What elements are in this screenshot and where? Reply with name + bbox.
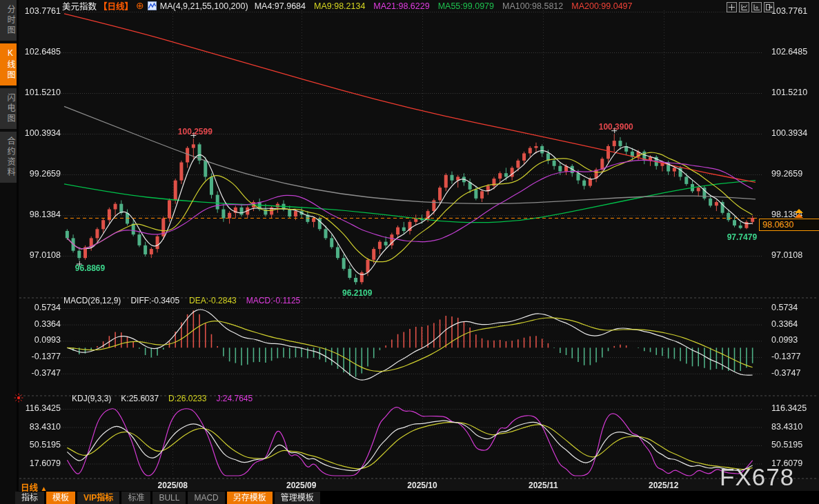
kdj-panel-title-row: KDJ(9,3,3) K:25.6037D:26.0233J:24.7645	[72, 394, 253, 403]
macd-axis-label-right: -0.3747	[771, 368, 818, 378]
kdj-value-label: D:26.0233	[168, 394, 206, 403]
macd-value-label: MACD:-0.1125	[246, 296, 300, 305]
macd-axis-label-left: 0.5734	[17, 303, 61, 312]
chart-style-icon[interactable]	[148, 1, 157, 10]
bottom-tab[interactable]: 标准	[121, 492, 150, 504]
bottom-toolbar: 指标模板VIP指标标准BULLMACD另存模板管理模板	[15, 492, 320, 504]
price-axis-label-right: 101.5210	[771, 88, 818, 97]
kdj-axis-label-left: 116.3425	[17, 403, 61, 413]
watermark: FX678	[720, 463, 794, 491]
time-axis-month-label: 2025/12	[640, 481, 688, 490]
price-axis-label-left: 103.7761	[17, 6, 61, 16]
macd-value-label: DIFF:-0.3405	[130, 296, 179, 305]
macd-axis-label-left: -0.3747	[17, 368, 61, 378]
time-axis-month-label: 2025/08	[148, 481, 197, 490]
bottom-tab[interactable]: 管理模板	[275, 492, 320, 504]
ma-legend-item: MA9:98.2134	[314, 1, 365, 11]
kdj-value-label: K:25.6037	[121, 394, 159, 403]
shift-chart-icon[interactable]	[751, 2, 762, 12]
ma-legend-item: MA100:98.5812	[502, 1, 563, 11]
kdj-value-label: J:24.7645	[216, 394, 253, 403]
ma-legend-item: MA55:99.0979	[438, 1, 494, 11]
price-axis-label-left: 102.6485	[17, 47, 61, 57]
crosshair-icon[interactable]	[727, 2, 737, 12]
ma-legend-item: MA4:97.9684	[255, 1, 306, 11]
kdj-axis-label-right: 50.5195	[771, 440, 818, 450]
price-axis-label-right: 100.3934	[771, 128, 818, 138]
macd-value-label: DEA:-0.2843	[189, 296, 237, 305]
price-annotation: 96.8869	[75, 263, 105, 273]
kdj-axis-label-right: 83.4310	[771, 422, 818, 432]
price-axis-label-left: 98.1384	[17, 210, 61, 219]
kdj-axis-label-left: 17.6079	[17, 458, 61, 468]
last-price-box: 98.0630	[759, 219, 819, 231]
trading-app-window: 分时图K线图闪电图合约资料 美元指数 【日线】 ⊕ MA(4,9,21,55,1…	[0, 0, 819, 504]
price-annotation: 96.2109	[342, 288, 372, 298]
period-tag[interactable]: 【日线】	[99, 0, 133, 12]
bottom-tab[interactable]: 指标	[15, 492, 44, 504]
price-axis-label-right: 103.7761	[771, 6, 818, 16]
ma-legend-item: MA21:98.6229	[373, 1, 429, 11]
time-axis-month-label: 2025/09	[277, 481, 326, 490]
fit-chart-icon[interactable]	[739, 2, 749, 12]
price-annotation: 97.7479	[727, 232, 757, 242]
price-axis-label-right: 97.0108	[771, 250, 818, 260]
chart-header: 美元指数 【日线】 ⊕ MA(4,9,21,55,100,200) MA4:97…	[62, 1, 633, 11]
symbol-name: 美元指数	[62, 0, 97, 12]
kdj-axis-label-left: 50.5195	[17, 440, 61, 450]
bottom-tab[interactable]: MACD	[188, 492, 224, 504]
ma-group-label: MA(4,9,21,55,100,200)	[160, 1, 248, 11]
kdj-axis-label-left: 83.4310	[17, 422, 61, 432]
indicator-alert-icon[interactable]	[14, 393, 23, 403]
chart-canvas[interactable]	[0, 0, 819, 504]
macd-axis-label-left: -0.1377	[17, 352, 61, 361]
macd-axis-label-left: 0.3364	[17, 319, 61, 329]
macd-axis-label-right: 0.3364	[771, 319, 818, 329]
bottom-tab[interactable]: 另存模板	[227, 492, 273, 504]
bottom-tab[interactable]: VIP指标	[77, 492, 119, 504]
price-axis-label-left: 99.2659	[17, 169, 61, 179]
kdj-axis-label-right: 116.3425	[771, 403, 818, 413]
price-axis-label-right: 99.2659	[771, 169, 818, 179]
add-indicator-icon[interactable]: ⊕	[136, 2, 144, 10]
price-axis-label-right: 102.6485	[771, 47, 818, 57]
macd-title: MACD(26,12,9)	[63, 296, 121, 305]
price-axis-label-left: 100.3934	[17, 128, 61, 138]
bottom-tab[interactable]: BULL	[152, 492, 186, 504]
price-marker-icon	[795, 209, 803, 219]
price-annotation: 100.3900	[599, 122, 633, 132]
time-axis-month-label: 2025/11	[519, 481, 567, 490]
macd-axis-label-right: 0.0993	[771, 335, 818, 345]
macd-axis-label-right: 0.5734	[771, 303, 818, 312]
chart-toolbar	[727, 2, 774, 12]
price-annotation: 100.2599	[178, 127, 213, 137]
ma-legend: MA4:97.9684MA9:98.2134MA21:98.6229MA55:9…	[255, 1, 633, 11]
ma-legend-item: MA200:99.0497	[571, 1, 632, 11]
time-axis-month-label: 2025/10	[398, 481, 446, 490]
price-axis-label-left: 101.5210	[17, 88, 61, 97]
kdj-title: KDJ(9,3,3)	[72, 394, 111, 403]
popout-icon[interactable]	[764, 2, 774, 12]
macd-axis-label-left: 0.0993	[17, 335, 61, 345]
price-axis-label-left: 97.0108	[17, 250, 61, 260]
bottom-tab[interactable]: 模板	[46, 492, 75, 504]
macd-panel-title-row: MACD(26,12,9) DIFF:-0.3405DEA:-0.2843MAC…	[63, 296, 300, 305]
macd-axis-label-right: -0.1377	[771, 352, 818, 361]
